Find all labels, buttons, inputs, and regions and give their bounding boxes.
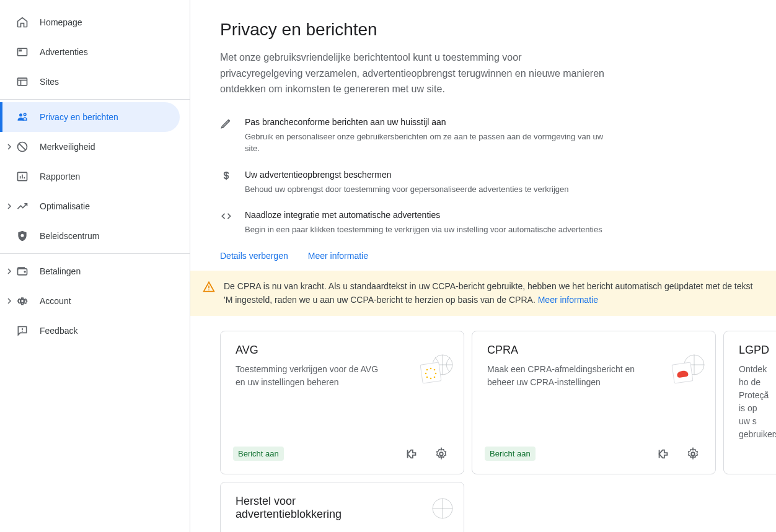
card-cpra[interactable]: CPRA Maak een CPRA-afmeldingsbericht en … xyxy=(472,331,716,474)
svg-point-28 xyxy=(426,376,428,378)
privacy-icon xyxy=(15,110,30,124)
card-desc: Maak een CPRA-afmeldingsbericht en behee… xyxy=(487,363,636,389)
svg-line-8 xyxy=(19,144,26,150)
svg-point-27 xyxy=(430,377,432,379)
sidebar-item-payments[interactable]: Betalingen xyxy=(0,256,180,286)
reports-icon xyxy=(15,169,30,184)
svg-rect-31 xyxy=(407,450,408,458)
settings-button[interactable] xyxy=(429,442,454,466)
page-title: Privacy en berichten xyxy=(220,20,746,40)
settings-button[interactable] xyxy=(681,442,705,466)
svg-rect-22 xyxy=(420,362,441,383)
cards-row: AVG Toestemming verkrijgen voor de AVG e… xyxy=(190,316,776,474)
card-adblock-recovery[interactable]: Herstel voor advertentieblokkering xyxy=(220,482,464,532)
cpra-alert: De CPRA is nu van kracht. Als u standaar… xyxy=(190,271,776,316)
svg-point-16 xyxy=(21,300,24,303)
eu-illustration xyxy=(417,351,454,388)
svg-rect-35 xyxy=(659,450,660,458)
gear-icon xyxy=(15,294,30,308)
dollar-icon xyxy=(220,170,245,196)
sidebar-item-ads[interactable]: Advertenties xyxy=(0,37,180,67)
feedback-icon xyxy=(15,323,30,338)
sidebar-item-feedback[interactable]: Feedback xyxy=(0,316,180,346)
alert-text: De CPRA is nu van kracht. Als u standaar… xyxy=(224,281,752,305)
hide-details-button[interactable]: Details verbergen xyxy=(220,251,288,261)
home-icon xyxy=(15,15,30,30)
sidebar-item-label: Advertenties xyxy=(40,47,88,57)
svg-point-20 xyxy=(208,289,209,290)
sidebar-item-label: Rapporten xyxy=(40,172,80,181)
card-title: Herstel voor advertentieblokkering xyxy=(236,495,359,521)
svg-point-13 xyxy=(21,234,24,237)
svg-point-15 xyxy=(24,271,26,273)
svg-point-30 xyxy=(426,368,428,370)
sidebar-item-brand-safety[interactable]: Merkveiligheid xyxy=(0,132,180,162)
card-avg[interactable]: AVG Toestemming verkrijgen voor de AVG e… xyxy=(220,331,464,474)
feature-desc: Begin in een paar klikken toestemming te… xyxy=(245,224,617,236)
open-button[interactable] xyxy=(651,442,676,466)
feature-title: Uw advertentieopbrengst beschermen xyxy=(245,170,617,180)
status-badge: Bericht aan xyxy=(233,447,284,461)
svg-point-23 xyxy=(430,367,432,369)
card-desc: Toestemming verkrijgen voor de AVG en uw… xyxy=(236,363,384,389)
policy-icon xyxy=(15,229,30,243)
svg-point-6 xyxy=(24,113,26,116)
page-description: Met onze gebruiksvriendelijke berichtent… xyxy=(220,50,604,97)
svg-point-18 xyxy=(22,331,23,332)
bear-illustration xyxy=(668,351,705,388)
sidebar-item-reports[interactable]: Rapporten xyxy=(0,162,180,191)
feature-revenue: Uw advertentieopbrengst beschermen Behou… xyxy=(220,170,746,196)
svg-rect-1 xyxy=(19,50,22,51)
feature-customize: Pas brancheconforme berichten aan uw hui… xyxy=(220,117,746,155)
payments-icon xyxy=(15,264,30,279)
sidebar-item-optimization[interactable]: Optimalisatie xyxy=(0,191,180,221)
sidebar-item-label: Account xyxy=(40,296,71,306)
status-badge: Bericht aan xyxy=(485,447,536,461)
sidebar-item-label: Betalingen xyxy=(40,266,81,276)
sidebar-item-sites[interactable]: Sites xyxy=(0,67,180,97)
svg-point-25 xyxy=(435,372,437,374)
chevron-right-icon xyxy=(6,268,15,274)
sidebar-item-privacy[interactable]: Privacy en berichten xyxy=(0,102,180,132)
feature-title: Pas brancheconforme berichten aan uw hui… xyxy=(245,117,617,127)
svg-rect-2 xyxy=(18,78,27,85)
svg-point-24 xyxy=(434,368,436,370)
card-lgpd[interactable]: LGPD Ontdek ho de Proteçã is op uw s geb… xyxy=(723,331,776,474)
chevron-right-icon xyxy=(6,144,15,150)
sidebar-item-label: Feedback xyxy=(40,326,77,336)
feature-title: Naadloze integratie met automatische adv… xyxy=(245,210,617,220)
code-icon xyxy=(220,210,245,236)
alert-more-link[interactable]: Meer informatie xyxy=(538,295,598,305)
chevron-right-icon xyxy=(6,298,15,304)
sidebar-item-account[interactable]: Account xyxy=(0,286,180,316)
feature-integration: Naadloze integratie met automatische adv… xyxy=(220,210,746,236)
trending-icon xyxy=(15,199,30,214)
ads-icon xyxy=(15,45,30,59)
sidebar-item-label: Beleidscentrum xyxy=(40,231,100,241)
warning-icon xyxy=(203,279,215,297)
main-content: Privacy en berichten Met onze gebruiksvr… xyxy=(190,0,776,532)
sidebar: Homepage Advertenties Sites Privacy en b… xyxy=(0,0,190,532)
svg-point-36 xyxy=(691,452,695,456)
sidebar-item-label: Privacy en berichten xyxy=(40,112,118,122)
feature-desc: Gebruik en personaliseer onze gebruikers… xyxy=(245,131,617,155)
sidebar-item-policy[interactable]: Beleidscentrum xyxy=(0,221,180,251)
globe-illustration xyxy=(417,495,454,532)
chevron-right-icon xyxy=(6,203,15,209)
sidebar-item-label: Sites xyxy=(40,77,59,87)
sidebar-item-label: Merkveiligheid xyxy=(40,142,95,152)
sidebar-item-homepage[interactable]: Homepage xyxy=(0,7,180,37)
block-icon xyxy=(15,139,30,154)
svg-point-5 xyxy=(19,113,22,116)
more-info-button[interactable]: Meer informatie xyxy=(308,251,368,261)
pencil-icon xyxy=(220,117,245,155)
svg-point-26 xyxy=(434,376,436,378)
open-button[interactable] xyxy=(399,442,424,466)
svg-point-32 xyxy=(439,452,443,456)
feature-desc: Behoud uw opbrengst door toestemming voo… xyxy=(245,183,617,196)
sidebar-item-label: Optimalisatie xyxy=(40,201,90,211)
card-desc: Ontdek ho de Proteçã is op uw s gebruike… xyxy=(739,363,770,441)
sidebar-item-label: Homepage xyxy=(40,17,82,27)
card-title: LGPD xyxy=(739,344,770,357)
svg-point-29 xyxy=(425,372,427,374)
